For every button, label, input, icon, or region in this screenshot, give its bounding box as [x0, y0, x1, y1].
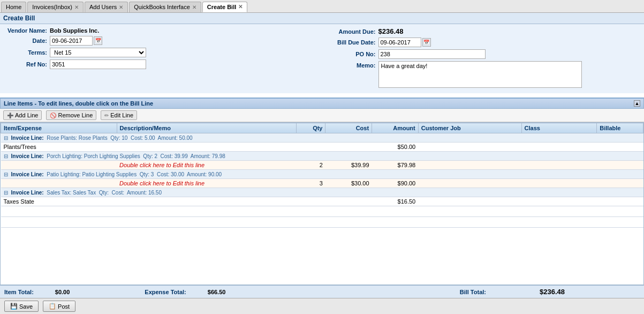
class-cell [521, 197, 597, 206]
post-icon: 📋 [49, 303, 56, 310]
remove-line-button[interactable]: 🚫 Remove Line [46, 110, 96, 120]
edit-line-button[interactable]: ✏ Edit Line [101, 110, 137, 120]
pono-row: PO No: [333, 49, 640, 59]
billable-cell [597, 161, 643, 170]
cost-cell [325, 197, 372, 206]
line-items-wrapper[interactable]: Item/Expense Description/Memo Qty Cost A… [0, 122, 644, 285]
col-amount: Amount [372, 123, 419, 133]
qty-cell: 2 [297, 161, 325, 170]
expand-icon[interactable]: ⊟ [4, 153, 8, 159]
description-cell: Double click here to Edit this line [117, 161, 297, 170]
edit-link[interactable]: Double click here to Edit this line [119, 180, 204, 186]
action-bar: 💾 Save 📋 Post [0, 298, 644, 314]
terms-label: Terms: [4, 49, 47, 56]
table-row[interactable]: Double click here to Edit this line 3 $3… [1, 179, 643, 188]
tab-quickbooks[interactable]: QuickBooks Interface ✕ [129, 2, 201, 12]
table-row: ⊟ Invoice Line: Rose Plants: Rose Plants… [1, 133, 643, 143]
bill-total-value: $236.48 [540, 288, 565, 296]
save-button[interactable]: 💾 Save [4, 301, 39, 312]
tab-create-bill[interactable]: Create Bill ✕ [202, 2, 247, 12]
vendor-label: Vendor Name: [4, 27, 47, 34]
edit-icon: ✏ [104, 113, 109, 118]
amount-cell: $16.50 [372, 197, 419, 206]
header-cols: Vendor Name: Bob Supplies Inc. Date: 📅 T… [4, 27, 640, 90]
col-description: Description/Memo [117, 123, 297, 133]
item-total-value: $0.00 [55, 289, 70, 295]
header-right: Amount Due: $236.48 Bill Due Date: 📅 PO … [312, 27, 640, 90]
tab-add-users[interactable]: Add Users ✕ [85, 2, 128, 12]
invoice-line-text: Invoice Line: Sales Tax: Sales Tax Qty: … [11, 190, 162, 196]
description-cell: Double click here to Edit this line [117, 179, 297, 188]
class-cell [521, 179, 597, 188]
post-button[interactable]: 📋 Post [43, 301, 75, 312]
expense-total-value: $66.50 [208, 289, 226, 295]
memo-textarea[interactable]: Have a great day! [378, 61, 582, 88]
billable-cell [597, 179, 643, 188]
expense-total-label: Expense Total: [145, 289, 186, 295]
billable-cell [597, 197, 643, 206]
remove-icon: 🚫 [50, 113, 56, 118]
edit-link[interactable]: Double click here to Edit this line [119, 162, 204, 168]
customer-job-cell [418, 161, 521, 170]
tab-bar: Home Invoices(Inbox) ✕ Add Users ✕ Quick… [0, 0, 644, 13]
invoice-line-text: Invoice Line: Porch Lighting: Porch Ligh… [11, 153, 225, 159]
customer-job-cell [418, 197, 521, 206]
table-row: Taxes State $16.50 [1, 197, 643, 206]
expand-icon[interactable]: ⊟ [4, 171, 8, 177]
expand-icon[interactable]: ⊟ [4, 190, 8, 196]
section-header: Line Items - To edit lines, double click… [0, 98, 644, 109]
table-row [1, 206, 643, 217]
table-row: Plants/Trees $50.00 [1, 143, 643, 152]
tab-close-create-bill[interactable]: ✕ [238, 4, 243, 10]
page-title: Create Bill [3, 14, 35, 22]
collapse-button[interactable]: ▲ [634, 100, 640, 107]
expand-icon[interactable]: ⊟ [4, 135, 8, 141]
amount-due-row: Amount Due: $236.48 [333, 27, 640, 35]
amount-cell: $50.00 [372, 143, 419, 152]
amount-due-label: Amount Due: [333, 28, 376, 35]
save-icon: 💾 [10, 303, 18, 310]
col-qty: Qty [297, 123, 325, 133]
table-row: ⊟ Invoice Line: Sales Tax: Sales Tax Qty… [1, 188, 643, 197]
tab-close-add-users[interactable]: ✕ [119, 4, 123, 10]
tab-close-invoices[interactable]: ✕ [74, 4, 79, 10]
bill-due-date-label: Bill Due Date: [333, 39, 376, 46]
tab-home[interactable]: Home [1, 2, 26, 12]
date-input[interactable] [50, 36, 93, 46]
description-cell [117, 197, 297, 206]
table-row[interactable]: Double click here to Edit this line 2 $3… [1, 161, 643, 170]
table-row: ⊟ Invoice Line: Patio Lighting: Patio Li… [1, 170, 643, 179]
bill-total-label: Bill Total: [460, 289, 486, 295]
cost-cell: $39.99 [325, 161, 372, 170]
date-row: Date: 📅 [4, 36, 312, 46]
table-row: ⊟ Invoice Line: Porch Lighting: Porch Li… [1, 152, 643, 161]
col-billable: Billable [597, 123, 643, 133]
col-item-expense: Item/Expense [1, 123, 117, 133]
bill-due-calendar-icon[interactable]: 📅 [422, 38, 431, 47]
tab-invoices[interactable]: Invoices(Inbox) ✕ [27, 2, 84, 12]
invoice-line-text: Invoice Line: Patio Lighting: Patio Ligh… [11, 171, 222, 177]
refno-input[interactable] [50, 59, 146, 69]
tab-close-quickbooks[interactable]: ✕ [192, 4, 196, 10]
item-cell [1, 179, 117, 188]
bill-due-date-wrapper: 📅 [378, 38, 431, 47]
cost-cell: $30.00 [325, 179, 372, 188]
content-area: Line Items - To edit lines, double click… [0, 93, 644, 314]
calendar-icon[interactable]: 📅 [94, 36, 102, 45]
line-items-toolbar: ➕ Add Line 🚫 Remove Line ✏ Edit Line [0, 109, 644, 122]
bill-due-date-row: Bill Due Date: 📅 [333, 38, 640, 47]
item-cell: Plants/Trees [1, 143, 117, 152]
terms-row: Terms: Net 15 Net 30 Net 60 Due on recei… [4, 48, 312, 57]
add-line-button[interactable]: ➕ Add Line [3, 110, 42, 120]
col-cost: Cost [325, 123, 372, 133]
page-wrapper: Home Invoices(Inbox) ✕ Add Users ✕ Quick… [0, 0, 644, 314]
qty-cell [297, 143, 325, 152]
qty-cell [297, 197, 325, 206]
refno-row: Ref No: [4, 59, 312, 69]
bill-due-date-input[interactable] [378, 38, 421, 47]
class-cell [521, 143, 597, 152]
terms-select[interactable]: Net 15 Net 30 Net 60 Due on receipt [50, 48, 146, 57]
footer-bar: Item Total: $0.00 Expense Total: $66.50 … [0, 285, 644, 298]
pono-input[interactable] [378, 49, 486, 59]
customer-job-cell [418, 179, 521, 188]
